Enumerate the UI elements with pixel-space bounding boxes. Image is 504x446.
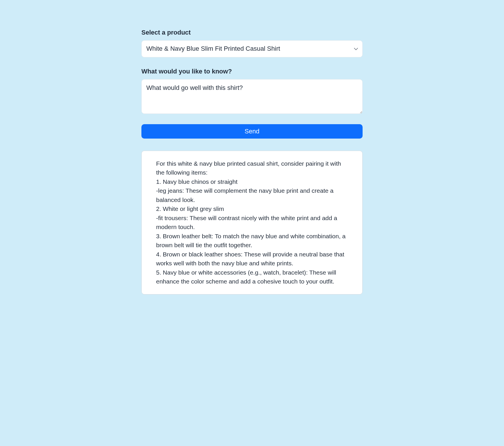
response-card: For this white & navy blue printed casua… (141, 151, 363, 294)
question-input[interactable] (141, 79, 363, 114)
main-container: Select a product White & Navy Blue Slim … (137, 29, 367, 294)
product-select-wrap: White & Navy Blue Slim Fit Printed Casua… (141, 40, 363, 57)
question-label: What would you like to know? (141, 68, 363, 75)
product-label: Select a product (141, 29, 363, 36)
send-button[interactable]: Send (141, 124, 363, 139)
product-select[interactable]: White & Navy Blue Slim Fit Printed Casua… (141, 40, 363, 57)
